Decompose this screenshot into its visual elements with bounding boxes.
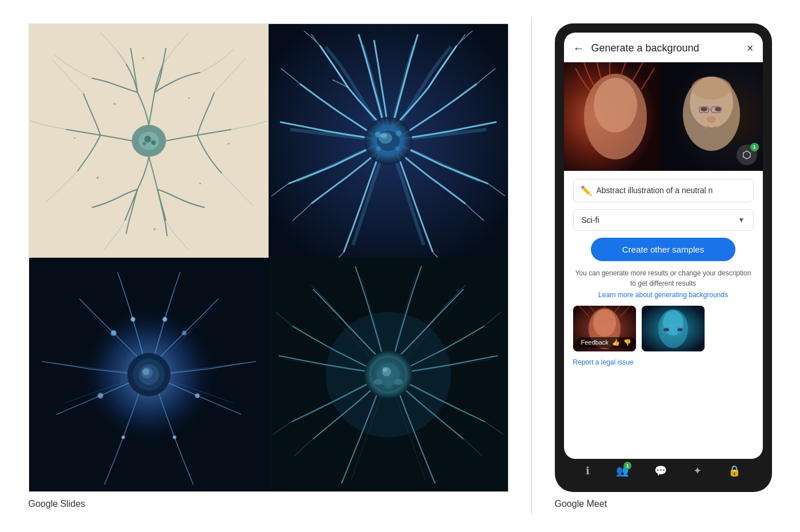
info-icon: ℹ [586,465,590,477]
svg-point-45 [394,379,403,385]
bottom-nav-bar: ℹ 👥 1 💬 ✦ 🔒 [564,459,763,483]
info-text-container: You can generate more results or change … [573,268,754,299]
layers-badge-container[interactable]: ⬡ 1 [737,145,757,165]
nav-activities-button[interactable]: ✦ [693,465,702,477]
lock-icon: 🔒 [728,465,741,477]
svg-point-29 [195,393,199,398]
svg-point-65 [593,309,616,337]
panel-content: ✏️ Abstract illustration of a neutral n … [564,171,763,459]
chat-icon: 💬 [654,465,667,477]
svg-point-11 [153,228,155,230]
svg-point-13 [227,142,229,144]
prompt-edit-icon: ✏️ [581,185,592,196]
svg-point-20 [395,130,401,136]
feedback-label: Feedback [581,339,609,346]
nav-lock-button[interactable]: 🔒 [728,465,741,477]
svg-point-6 [113,102,115,105]
svg-point-38 [142,368,149,375]
video-preview: ⬡ 1 [564,62,763,171]
svg-point-7 [187,97,189,99]
info-text: You can generate more results or change … [573,268,754,289]
main-container: Google Slides ← Generate a background × [0,0,800,532]
people-count-badge: 1 [623,462,631,470]
svg-point-23 [375,131,381,137]
learn-more-link[interactable]: Learn more about generating backgrounds [573,291,754,299]
svg-point-56 [691,77,731,99]
nav-chat-button[interactable]: 💬 [654,465,667,477]
meet-label: Google Meet [555,499,607,509]
meet-section: ← Generate a background × [555,23,772,509]
svg-point-19 [380,133,387,138]
svg-point-10 [142,57,144,59]
feedback-bar: Feedback 👍 👎 [577,337,636,348]
svg-point-57 [701,107,707,111]
thumbup-icon[interactable]: 👍 [612,339,620,346]
layers-icon: ⬡ [742,149,751,161]
svg-point-22 [395,146,399,150]
svg-point-12 [74,137,75,139]
svg-point-9 [199,182,201,184]
svg-point-48 [382,367,387,371]
svg-point-70 [677,328,683,331]
svg-point-31 [162,317,167,321]
nav-info-button[interactable]: ℹ [586,465,590,477]
meet-phone: ← Generate a background × [555,23,772,492]
layers-count-badge: 1 [750,143,759,151]
slides-section: Google Slides [29,23,509,509]
nav-people-button[interactable]: 👥 1 [616,465,629,477]
prompt-text-value: Abstract illustration of a neutral n [597,186,746,195]
svg-point-21 [376,146,381,150]
style-selected-value: Sci-fi [582,215,599,225]
svg-point-28 [97,393,103,398]
slides-label: Google Slides [29,499,86,509]
report-legal-link[interactable]: Report a legal issue [573,358,754,366]
svg-point-52 [594,78,637,133]
prompt-input-box[interactable]: ✏️ Abstract illustration of a neutral n [573,179,754,202]
section-divider [531,18,532,515]
neuron-image-4[interactable] [269,258,508,491]
svg-point-30 [130,317,135,321]
svg-point-62 [707,116,716,123]
close-button[interactable]: × [747,42,754,55]
svg-point-44 [373,379,382,385]
svg-point-4 [151,140,155,145]
neuron-image-2[interactable] [269,24,508,258]
svg-point-32 [121,435,125,439]
svg-point-27 [182,330,186,335]
neuron-image-3[interactable] [29,258,269,491]
back-button[interactable]: ← [573,42,585,55]
thumbdown-icon[interactable]: 👎 [623,339,631,346]
thumbnail-1[interactable]: Feedback 👍 👎 [573,306,636,351]
svg-point-69 [663,328,669,331]
chevron-down-icon: ▼ [738,216,745,224]
svg-point-3 [144,135,151,142]
panel-title: Generate a background [591,42,747,54]
svg-point-26 [110,330,116,335]
create-samples-button[interactable]: Create other samples [591,238,735,261]
svg-point-68 [663,310,683,335]
svg-point-33 [173,435,176,439]
slides-frame [29,23,509,492]
svg-point-46 [384,383,392,389]
svg-point-5 [142,142,146,145]
thumbnail-row: Feedback 👍 👎 [573,306,754,351]
thumbnail-2[interactable] [642,306,705,351]
svg-point-8 [96,177,98,179]
meet-header: ← Generate a background × [564,33,763,62]
activities-icon: ✦ [693,465,702,477]
neuron-image-1[interactable] [29,24,269,258]
meet-inner-panel: ← Generate a background × [564,33,763,459]
style-dropdown[interactable]: Sci-fi ▼ [573,209,754,231]
